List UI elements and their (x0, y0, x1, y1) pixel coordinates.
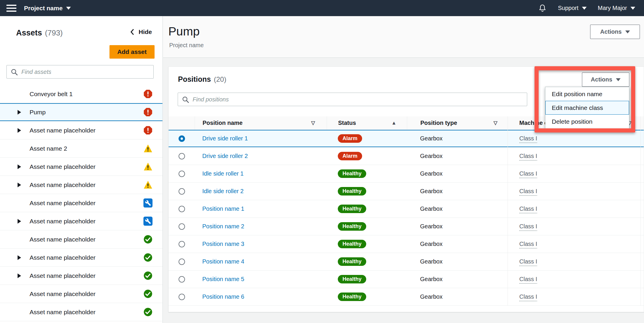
expand-caret-icon[interactable] (18, 255, 30, 260)
positions-actions-button[interactable]: Actions (582, 72, 629, 87)
asset-list-item[interactable]: Asset name 2 (0, 140, 162, 158)
position-name-link[interactable]: Idle side roller 1 (202, 170, 244, 177)
asset-list-item[interactable]: Asset name placeholder (0, 249, 162, 267)
asset-list-item[interactable]: Asset name placeholder (0, 176, 162, 194)
sort-icon[interactable]: ▽ (311, 120, 315, 126)
machine-class-value[interactable]: Class I (519, 188, 537, 195)
position-name-link[interactable]: Position name 3 (202, 241, 244, 247)
asset-name-label: Asset name 2 (30, 145, 67, 152)
position-type-value: Gearbox (420, 258, 443, 265)
row-radio[interactable] (179, 171, 185, 177)
healthy-icon (143, 271, 153, 280)
asset-list-item[interactable]: Asset name placeholder (0, 321, 162, 323)
position-name-link[interactable]: Drive side roller 1 (202, 135, 248, 142)
top-navigation-bar: Project name Support Mary Major (0, 0, 644, 16)
page-actions-button[interactable]: Actions (590, 25, 640, 39)
machine-class-value[interactable]: Class I (519, 223, 537, 230)
menu-item[interactable]: Edit machine class (545, 101, 629, 115)
support-menu[interactable]: Support (558, 5, 587, 11)
row-radio[interactable] (179, 188, 185, 195)
table-row: Drive side roller 2AlarmGearboxClass I (169, 147, 644, 165)
row-radio[interactable] (179, 206, 185, 212)
asset-list-item[interactable]: Asset name placeholder (0, 267, 162, 285)
sort-icon[interactable]: ▽ (494, 120, 497, 126)
position-name-link[interactable]: Position name 6 (202, 293, 244, 300)
machine-class-value[interactable]: Class I (519, 153, 537, 159)
asset-name-label: Asset name placeholder (30, 236, 95, 243)
expand-caret-icon[interactable] (18, 164, 30, 169)
machine-class-value[interactable]: Class I (519, 258, 537, 265)
expand-caret-icon[interactable] (18, 219, 30, 224)
status-badge: Healthy (338, 169, 366, 178)
add-asset-button[interactable]: Add asset (109, 45, 155, 59)
expand-caret-icon[interactable] (18, 128, 30, 133)
asset-list-item[interactable]: Asset name placeholder (0, 230, 162, 249)
notifications-bell-icon[interactable] (538, 4, 547, 13)
selection-column-header (169, 116, 195, 130)
expand-caret-icon[interactable] (18, 183, 30, 187)
row-radio[interactable] (179, 259, 185, 265)
table-row: Position name 4HealthyGearboxClass I (169, 253, 644, 271)
row-radio[interactable] (179, 135, 185, 142)
alarm-icon (143, 108, 153, 117)
column-header-position-type[interactable]: Position type ▽ (407, 116, 508, 130)
row-overflow-cell (640, 200, 644, 217)
asset-list-item[interactable]: Asset name placeholder (0, 303, 162, 321)
table-row: Position name 1HealthyGearboxClass I (169, 200, 644, 218)
user-menu[interactable]: Mary Major (598, 5, 635, 11)
sort-icon[interactable]: ▲ (391, 120, 396, 126)
positions-table-body: Drive side roller 1AlarmGearboxClass IDr… (169, 130, 644, 306)
machine-class-value[interactable]: Class I (519, 276, 537, 283)
column-header-position-name[interactable]: Position name ▽ (195, 116, 327, 130)
position-name-link[interactable]: Position name 4 (202, 258, 244, 265)
row-radio[interactable] (179, 276, 185, 283)
warning-icon (143, 144, 153, 153)
position-type-value: Gearbox (420, 188, 443, 195)
find-assets-input[interactable] (6, 65, 154, 79)
machine-class-value[interactable]: Class I (519, 205, 537, 212)
positions-count: (20) (214, 75, 227, 84)
position-type-value: Gearbox (420, 153, 443, 159)
position-name-link[interactable]: Idle side roller 2 (202, 188, 244, 195)
project-menu[interactable]: Project name (24, 5, 71, 12)
warning-icon (143, 180, 153, 189)
row-overflow-cell (640, 253, 644, 270)
hamburger-menu-icon[interactable] (6, 5, 16, 12)
table-row: Position name 5HealthyGearboxClass I (169, 271, 644, 288)
menu-item[interactable]: Delete position (545, 115, 629, 128)
position-type-value: Gearbox (420, 223, 443, 230)
menu-item[interactable]: Edit position name (545, 87, 629, 101)
expand-caret-icon[interactable] (18, 110, 30, 115)
row-radio[interactable] (179, 153, 185, 159)
row-radio[interactable] (179, 223, 185, 230)
row-radio[interactable] (179, 241, 185, 247)
row-radio[interactable] (179, 294, 185, 300)
hide-panel-button[interactable]: Hide (130, 28, 152, 35)
machine-class-value[interactable]: Class I (519, 293, 537, 300)
column-header-overflow (640, 116, 644, 130)
asset-list-item[interactable]: Asset name placeholder (0, 121, 162, 140)
asset-list-item[interactable]: Conveyor belt 1 (0, 85, 162, 103)
machine-class-value[interactable]: Class I (519, 135, 537, 142)
machine-class-value[interactable]: Class I (519, 241, 537, 247)
alarm-icon (143, 89, 153, 98)
asset-list: Conveyor belt 1PumpAsset name placeholde… (0, 85, 162, 323)
row-overflow-cell (640, 218, 644, 235)
position-type-value: Gearbox (420, 135, 443, 142)
asset-list-item[interactable]: Asset name placeholder (0, 158, 162, 176)
column-label: Position name (203, 120, 243, 126)
expand-caret-icon[interactable] (18, 273, 30, 278)
asset-list-item[interactable]: Asset name placeholder (0, 194, 162, 212)
maintenance-icon (143, 217, 153, 226)
position-name-link[interactable]: Position name 2 (202, 223, 244, 230)
asset-list-item[interactable]: Asset name placeholder (0, 212, 162, 230)
find-positions-input[interactable] (178, 93, 527, 106)
position-name-link[interactable]: Position name 5 (202, 276, 244, 283)
position-name-link[interactable]: Position name 1 (202, 205, 244, 212)
machine-class-value[interactable]: Class I (519, 170, 537, 177)
asset-list-item[interactable]: Asset name placeholder (0, 285, 162, 303)
column-header-status[interactable]: Status ▲ (327, 116, 407, 130)
asset-list-item[interactable]: Pump (0, 103, 162, 121)
position-name-link[interactable]: Drive side roller 2 (202, 153, 248, 159)
asset-name-label: Asset name placeholder (30, 218, 95, 225)
